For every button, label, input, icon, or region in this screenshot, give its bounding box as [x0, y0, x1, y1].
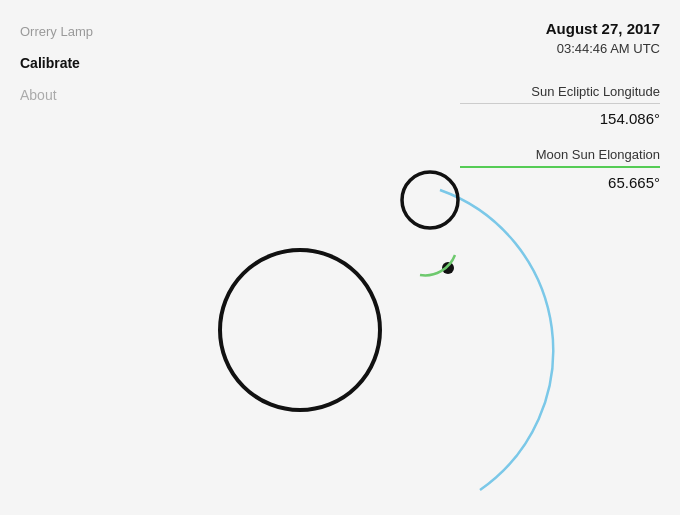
moon-orbit-arc [440, 190, 553, 490]
date-display: August 27, 2017 [460, 20, 660, 37]
orrery-diagram [100, 60, 560, 500]
earth-circle [220, 250, 380, 410]
app-title: Orrery Lamp [20, 24, 100, 39]
nav-calibrate[interactable]: Calibrate [20, 55, 100, 71]
moon-circle [402, 172, 458, 228]
orrery-svg [100, 60, 560, 500]
time-display: 03:44:46 AM UTC [460, 41, 660, 56]
nav-about[interactable]: About [20, 87, 100, 103]
